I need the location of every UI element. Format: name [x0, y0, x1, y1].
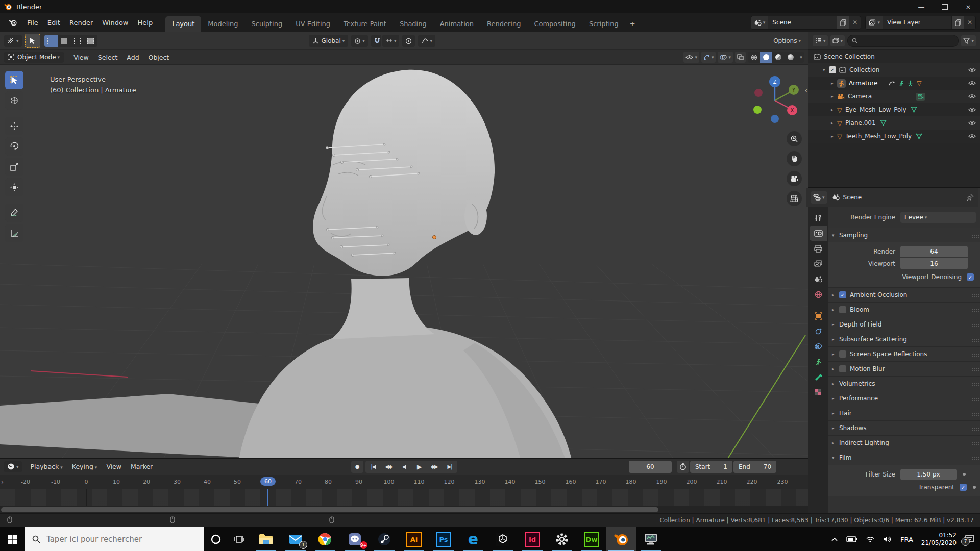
start-frame-field[interactable]: Start 1: [690, 461, 732, 473]
snap-settings-dropdown[interactable]: [382, 35, 400, 47]
tab-view-layer[interactable]: [810, 256, 827, 271]
outliner-row-armature[interactable]: ▸ Armature ▽: [808, 77, 980, 90]
tab-texture-paint[interactable]: Texture Paint: [337, 16, 393, 32]
hide-eye-icon[interactable]: [968, 120, 976, 126]
section-grip[interactable]: [972, 398, 973, 399]
section-grip[interactable]: [972, 428, 973, 429]
search-input[interactable]: [45, 534, 195, 544]
tab-rendering[interactable]: Rendering: [480, 16, 527, 32]
hide-eye-icon[interactable]: [968, 81, 976, 86]
overlays-dropdown[interactable]: [718, 52, 733, 63]
jump-to-start-button[interactable]: |◀: [365, 461, 381, 473]
view-layer-browse-icon[interactable]: [866, 16, 883, 29]
timeline-menu-view[interactable]: View: [102, 461, 126, 472]
next-keyframe-button[interactable]: ◆▶: [427, 461, 442, 473]
jump-to-end-button[interactable]: ▶|: [442, 461, 457, 473]
proportional-editing-toggle[interactable]: [402, 35, 415, 47]
tool-cursor[interactable]: [5, 91, 23, 110]
tab-physics[interactable]: [810, 323, 827, 339]
section-subsurface-scattering[interactable]: ▸ Subsurface Scattering: [828, 332, 980, 346]
preview-range-icon[interactable]: [677, 461, 689, 473]
outliner-row-eye-mesh[interactable]: ▸ ▽ Eye_Mesh_Low_Poly: [808, 103, 980, 116]
taskbar-app-chrome[interactable]: [310, 527, 340, 551]
viewport-menu-select[interactable]: Select: [93, 52, 122, 63]
shading-rendered-button[interactable]: [785, 52, 797, 63]
section-ambient-occlusion[interactable]: ▸ Ambient Occlusion: [828, 287, 980, 302]
section-grip[interactable]: [972, 442, 973, 443]
taskbar-app-mail[interactable]: 1: [281, 527, 310, 551]
section-indirect-lighting[interactable]: ▸ Indirect Lighting: [828, 435, 980, 450]
options-dropdown[interactable]: Options: [770, 37, 804, 44]
pivot-point-dropdown[interactable]: [351, 35, 368, 47]
animate-dot[interactable]: [963, 473, 966, 476]
menu-window[interactable]: Window: [97, 17, 133, 29]
new-scene-button[interactable]: [837, 16, 849, 29]
taskbar-search[interactable]: [24, 527, 204, 551]
zoom-icon[interactable]: [787, 131, 802, 146]
region-collapse-arrow[interactable]: ‹: [804, 86, 807, 94]
taskbar-app-discord[interactable]: 9+: [340, 527, 370, 551]
tool-transform[interactable]: [5, 178, 23, 196]
taskbar-app-file-explorer[interactable]: [251, 527, 281, 551]
expand-caret-icon[interactable]: ▸: [831, 107, 837, 112]
outliner-scene-collection-row[interactable]: Scene Collection: [808, 50, 980, 63]
section-grip[interactable]: [972, 413, 973, 414]
unlink-scene-button[interactable]: ✕: [849, 16, 861, 29]
taskbar-app-indesign[interactable]: Id: [518, 527, 547, 551]
tab-compositing[interactable]: Compositing: [527, 16, 582, 32]
wifi-icon[interactable]: [866, 536, 875, 543]
snap-toggle[interactable]: [371, 35, 381, 47]
navigation-gizmo[interactable]: Z Y X: [747, 71, 803, 127]
tab-texture[interactable]: [810, 385, 827, 400]
tab-modeling[interactable]: Modeling: [201, 16, 244, 32]
tool-measure[interactable]: [5, 224, 23, 242]
taskbar-app-dreamweaver[interactable]: Dw: [577, 527, 606, 551]
outliner-row-camera[interactable]: ▸ Camera: [808, 90, 980, 103]
section-grip[interactable]: [972, 235, 973, 236]
blender-menu-icon[interactable]: [4, 17, 22, 29]
viewport-menu-object[interactable]: Object: [144, 52, 174, 63]
tool-select-box[interactable]: [5, 71, 23, 89]
battery-icon[interactable]: [846, 536, 857, 542]
shading-dropdown[interactable]: [797, 52, 804, 63]
collection-checkbox[interactable]: [829, 66, 836, 73]
tab-constraints[interactable]: [810, 339, 827, 354]
expand-caret-icon[interactable]: ▸: [831, 81, 837, 86]
section-shadows[interactable]: ▸ Shadows: [828, 420, 980, 435]
timeline-scrollbar[interactable]: [0, 506, 808, 514]
tab-object[interactable]: [810, 308, 827, 323]
bloom-checkbox[interactable]: [839, 306, 846, 313]
scene-browse-icon[interactable]: [751, 16, 769, 29]
end-frame-field[interactable]: End 70: [733, 461, 776, 473]
select-mode-new[interactable]: [44, 35, 58, 47]
taskbar-app-illustrator[interactable]: Ai: [399, 527, 429, 551]
section-film[interactable]: ▾ Film: [828, 450, 980, 465]
gizmos-dropdown[interactable]: [701, 52, 716, 63]
section-hair[interactable]: ▸ Hair: [828, 406, 980, 420]
render-samples-field[interactable]: 64: [900, 246, 968, 257]
tab-output[interactable]: [810, 241, 827, 256]
tab-sculpting[interactable]: Sculpting: [244, 16, 289, 32]
new-view-layer-button[interactable]: [951, 16, 964, 29]
shading-material-button[interactable]: [772, 52, 785, 63]
select-mode-extend[interactable]: [58, 35, 71, 47]
render-engine-dropdown[interactable]: Eevee: [900, 212, 976, 223]
playhead[interactable]: [267, 489, 268, 506]
tab-render[interactable]: [810, 226, 827, 241]
prev-frame-button[interactable]: ◀: [396, 461, 411, 473]
motion-blur-checkbox[interactable]: [839, 365, 846, 372]
hide-eye-icon[interactable]: [968, 67, 976, 72]
timeline-menu-keying[interactable]: Keying: [67, 461, 102, 472]
active-tool-select-box[interactable]: [25, 34, 40, 48]
section-grip[interactable]: [972, 383, 973, 384]
section-sampling[interactable]: ▾ Sampling: [828, 228, 980, 242]
outliner-search-input[interactable]: [847, 35, 959, 47]
timeline-expand-arrow[interactable]: ›: [1, 479, 4, 486]
taskbar-app-steam[interactable]: [370, 527, 399, 551]
taskbar-app-blender[interactable]: [606, 527, 636, 551]
close-button[interactable]: ×: [957, 0, 980, 13]
prev-ke yframe-button[interactable]: ◀◆: [381, 461, 396, 473]
menu-help[interactable]: Help: [133, 17, 158, 29]
pin-icon[interactable]: [967, 194, 974, 201]
task-view-button[interactable]: [228, 527, 251, 551]
